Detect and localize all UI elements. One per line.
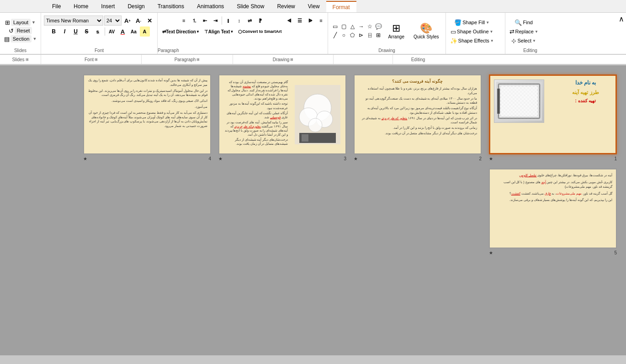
shape-fill-button[interactable]: 🪣 Shape Fill ▼ <box>453 19 491 26</box>
italic-button[interactable]: I <box>60 26 70 37</box>
slide-3-number: 3 <box>344 156 346 161</box>
shadow-button[interactable]: s <box>93 26 103 37</box>
slide-2-meta: ★ 2 <box>354 156 482 161</box>
slide-5[interactable]: آینه در شکست‌ها، بیرق قوه‌ها، نورافکن‌ها… <box>489 169 617 248</box>
editing-label-bar[interactable]: Editing <box>393 55 443 64</box>
slide-2[interactable]: چگونه آینه فروست می کنند؟ هزاران سال بود… <box>354 74 482 154</box>
paragraph-group-label: Paragraph <box>158 48 328 53</box>
shape-callout[interactable]: 💬 <box>374 22 382 31</box>
font-size-select[interactable]: 24 <box>104 16 122 26</box>
shape-banner[interactable]: ⌸ <box>366 31 374 39</box>
slides-group-label: Slides <box>0 48 41 53</box>
reset-button[interactable]: Reset <box>15 27 32 34</box>
slide-2-star: ★ <box>354 156 358 161</box>
shape-rectangle[interactable]: ▭ <box>331 22 339 31</box>
tab-design[interactable]: Design <box>121 0 151 12</box>
case-button[interactable]: Aa <box>129 26 139 37</box>
text-direction-arrow: ▼ <box>196 30 200 34</box>
line-spacing-button[interactable]: ↕ <box>234 16 244 26</box>
slide-4[interactable]: پیش از آن که شیشه ها بدین گونه آماده شدن… <box>83 74 211 154</box>
char-spacing-button[interactable]: AV <box>107 26 117 37</box>
numbering-button[interactable]: ⒈ <box>189 16 199 26</box>
bold-button[interactable]: B <box>49 26 59 37</box>
font-label-bar[interactable]: Font ⊞ <box>41 55 142 64</box>
align-center-button[interactable]: ☰ <box>295 16 305 26</box>
shape-triangle[interactable]: △ <box>348 22 356 31</box>
shape-effects-button[interactable]: ✨ Shape Effects ▼ <box>449 37 495 45</box>
strikethrough-button[interactable]: S <box>82 26 92 37</box>
convert-smartart-button[interactable]: ⬡ Convert to SmartArt <box>236 26 283 37</box>
find-button[interactable]: 🔍 Find <box>513 19 534 26</box>
shape-pentagon[interactable]: ⬠ <box>348 31 356 39</box>
font-name-select[interactable]: Times New Roman <box>44 16 103 26</box>
paragraph-spacing-button[interactable]: ⁋ <box>255 16 265 26</box>
quick-styles-icon: 🎨 <box>420 22 432 34</box>
tab-insert[interactable]: Insert <box>95 0 121 12</box>
tab-format[interactable]: Format <box>326 1 356 12</box>
decrease-indent-button[interactable]: ⇤ <box>200 16 210 26</box>
font-color-button[interactable]: A <box>118 26 128 37</box>
arrange-button[interactable]: ⊞ Arrange <box>384 19 408 42</box>
slides-panel: پیش از آن که شیشه ها بدین گونه آماده شدن… <box>0 65 626 355</box>
shape-fill-icon: 🪣 <box>454 19 462 26</box>
bullets-button[interactable]: ≡ <box>179 16 189 26</box>
slide-3-text: گام بهم‌بستی در مصنعت آینه‌سازی آن بوده … <box>222 78 290 151</box>
replace-icon: ⇄ <box>509 28 515 35</box>
slides-label-bar[interactable]: Slides ⊞ <box>0 55 41 64</box>
shape-chevron[interactable]: ⊳ <box>357 31 365 39</box>
tab-slideshow[interactable]: Slide Show <box>230 0 271 12</box>
section-button[interactable]: Section <box>11 35 32 42</box>
slide-3[interactable]: گام بهم‌بستی در مصنعت آینه‌سازی آن بوده … <box>218 74 346 154</box>
editing-group-label: Editing <box>505 48 556 53</box>
shape-outline-button[interactable]: ▭ Shape Outline ▼ <box>449 28 495 36</box>
slide-2-number: 2 <box>479 156 482 161</box>
tab-home[interactable]: Home <box>67 0 95 12</box>
slide-4-number: 4 <box>208 156 211 161</box>
shape-star[interactable]: ☆ <box>366 22 374 31</box>
slides-row-1: پیش از آن که شیشه ها بدین گونه آماده شدن… <box>9 74 617 161</box>
shape-rounded-rect[interactable]: ▢ <box>340 22 348 31</box>
svg-rect-6 <box>302 134 308 142</box>
select-button[interactable]: ⊹ Select ▼ <box>510 37 537 45</box>
shape-oval[interactable]: ○ <box>340 31 348 39</box>
spacer-3 <box>354 169 482 169</box>
increase-indent-button[interactable]: ⇥ <box>210 16 220 26</box>
slide-1[interactable]: به نام خدا طرز تهیه آینه تهیه کننده : <box>489 74 617 154</box>
shape-line[interactable]: ╱ <box>331 31 339 39</box>
align-justify-button[interactable]: ≡ <box>316 16 326 26</box>
slide-2-content: چگونه آینه فروست می کنند؟ هزاران سال بود… <box>355 75 481 139</box>
collapse-ribbon-button[interactable]: ∧ <box>619 15 624 23</box>
slide-1-text: به نام خدا طرز تهیه آینه تهیه کننده : <box>559 79 612 103</box>
underline-button[interactable]: U <box>71 26 81 37</box>
tab-transitions[interactable]: Transitions <box>151 0 191 12</box>
align-text-button[interactable]: ⊤ Align Text ▼ <box>202 26 236 37</box>
replace-button[interactable]: ⇄ Replace ▼ <box>508 28 540 36</box>
paragraph-direction-button[interactable]: ⇌ <box>244 16 255 26</box>
slide-4-meta: ★ 4 <box>83 156 211 161</box>
highlight-button[interactable]: A <box>140 26 150 37</box>
clear-format-button[interactable]: ✕ <box>144 16 154 26</box>
paragraph-label-bar[interactable]: Paragraph ⊞ <box>142 55 233 64</box>
drawing-label-bar[interactable]: Drawing ⊞ <box>233 55 334 64</box>
slides-row-2: آینه در شکست‌ها، بیرق قوه‌ها، نورافکن‌ها… <box>9 169 617 255</box>
tab-file[interactable]: File <box>46 0 67 12</box>
slide-5-content: آینه در شکست‌ها، بیرق قوه‌ها، نورافکن‌ها… <box>490 169 616 208</box>
align-left-button[interactable]: ⫷ <box>284 16 294 26</box>
align-text-label: Align Text <box>208 29 230 34</box>
align-right-button[interactable]: ⫸ <box>305 16 315 26</box>
shape-right-arrow[interactable]: → <box>357 22 365 31</box>
slide-5-number: 5 <box>614 250 617 255</box>
svg-point-4 <box>308 118 322 132</box>
quick-styles-button[interactable]: 🎨 Quick Styles <box>410 19 443 42</box>
decrease-font-button[interactable]: A- <box>133 16 143 26</box>
spacer-1 <box>83 169 211 169</box>
layout-button[interactable]: Layout <box>11 19 31 26</box>
tab-view[interactable]: View <box>302 0 326 12</box>
increase-font-button[interactable]: A+ <box>122 16 133 26</box>
tab-animations[interactable]: Animations <box>191 0 230 12</box>
columns-button[interactable]: ⫿ <box>223 16 233 26</box>
text-direction-button[interactable]: ⇄ Text Direction ▼ <box>160 26 202 37</box>
slide-2-title: چگونه آینه فروست می کنند؟ <box>358 79 477 84</box>
shape-more[interactable]: ⊞ <box>374 31 382 39</box>
tab-review[interactable]: Review <box>271 0 301 12</box>
